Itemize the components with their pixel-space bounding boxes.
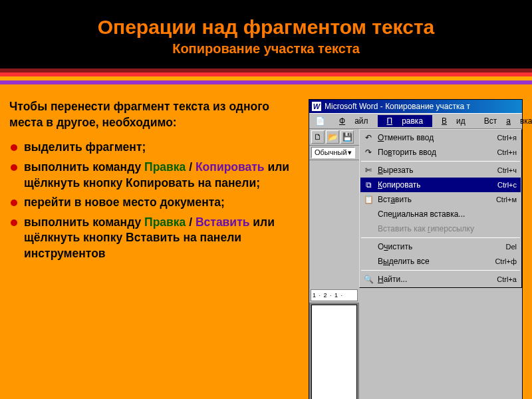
titlebar: W Microsoft Word - Копирование участка т bbox=[309, 100, 522, 113]
save-icon[interactable]: 💾 bbox=[340, 130, 354, 144]
list-item: выполнить команду Правка / Копировать ил… bbox=[9, 160, 299, 191]
slide-subtitle: Копирование участка текста bbox=[13, 41, 519, 57]
screenshot-column: W Microsoft Word - Копирование участка т… bbox=[309, 99, 523, 399]
menu-item-copy[interactable]: ⧉ Копировать Ctrl+с bbox=[360, 178, 521, 192]
system-menu-icon[interactable]: 📄 bbox=[311, 115, 330, 127]
open-icon[interactable]: 📂 bbox=[326, 130, 339, 144]
slide: Операции над фрагментом текста Копирован… bbox=[0, 0, 532, 399]
header: Операции над фрагментом текста Копирован… bbox=[0, 0, 532, 68]
menu-item-undo[interactable]: ↶ Отменить ввод Ctrl+я bbox=[360, 130, 521, 145]
copy-icon: ⧉ bbox=[363, 180, 374, 190]
intro-text: Чтобы перенести фрагмент текста из одног… bbox=[9, 99, 299, 130]
list-item: выполнить команду Правка / Вставить или … bbox=[9, 215, 299, 262]
new-doc-icon[interactable]: 🗋 bbox=[311, 130, 325, 144]
document-area bbox=[309, 303, 359, 399]
word-window: W Microsoft Word - Копирование участка т… bbox=[309, 99, 523, 399]
menu-file[interactable]: Файл bbox=[330, 115, 378, 127]
menu-item-paste[interactable]: 📋 Вставить Ctrl+м bbox=[360, 192, 521, 207]
text-column: Чтобы перенести фрагмент текста из одног… bbox=[9, 99, 299, 399]
content-area: Чтобы перенести фрагмент текста из одног… bbox=[0, 84, 532, 399]
undo-icon: ↶ bbox=[363, 132, 374, 143]
edit-dropdown-menu: ↶ Отменить ввод Ctrl+я ↷ Повторить ввод … bbox=[359, 129, 522, 288]
list-item: перейти в новое место документа; bbox=[9, 195, 299, 211]
menu-item-paste-hyperlink: Вставить как гиперссылку bbox=[360, 221, 521, 236]
standard-toolbar: 🗋 📂 💾 bbox=[309, 129, 359, 146]
window-title: Microsoft Word - Копирование участка т bbox=[325, 102, 470, 111]
ruler: 1 · 2 · 1 · bbox=[311, 289, 358, 301]
slide-title: Операции над фрагментом текста bbox=[13, 16, 519, 39]
menu-separator bbox=[361, 270, 520, 271]
menu-separator bbox=[361, 237, 520, 238]
word-icon: W bbox=[312, 102, 321, 111]
paste-icon: 📋 bbox=[363, 194, 374, 205]
find-icon: 🔍 bbox=[363, 274, 374, 285]
menu-item-redo[interactable]: ↷ Повторить ввод Ctrl+н bbox=[360, 145, 521, 160]
menu-edit[interactable]: Правка bbox=[378, 115, 433, 127]
menubar: 📄 Файл Правка Вид Вставка Формат bbox=[309, 113, 522, 129]
cut-icon: ✄ bbox=[363, 165, 374, 176]
redo-icon: ↷ bbox=[363, 147, 374, 158]
menu-item-paste-special[interactable]: Специальная вставка... bbox=[360, 207, 521, 221]
bullet-list: выделить фрагмент; выполнить команду Пра… bbox=[9, 140, 299, 261]
menu-item-select-all[interactable]: Выделить все Ctrl+ф bbox=[360, 254, 521, 269]
formatting-toolbar: Обычный▾ bbox=[309, 146, 359, 160]
decorative-stripes bbox=[0, 68, 532, 84]
list-item: выделить фрагмент; bbox=[9, 140, 299, 156]
style-selector[interactable]: Обычный▾ bbox=[311, 147, 355, 158]
menu-item-clear[interactable]: Очистить Del bbox=[360, 239, 521, 254]
menu-insert[interactable]: Вставка bbox=[475, 115, 532, 127]
menu-item-cut[interactable]: ✄ Вырезать Ctrl+ч bbox=[360, 163, 521, 178]
page bbox=[311, 305, 357, 399]
menu-item-find[interactable]: 🔍 Найти... Ctrl+а bbox=[360, 272, 521, 287]
ruler-area: 1 · 2 · 1 · bbox=[309, 288, 359, 399]
menu-separator bbox=[361, 161, 520, 162]
menu-view[interactable]: Вид bbox=[432, 115, 475, 127]
